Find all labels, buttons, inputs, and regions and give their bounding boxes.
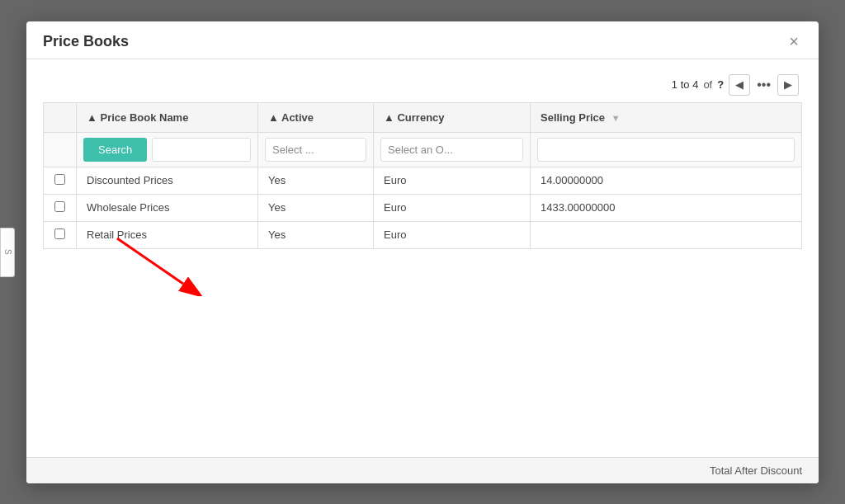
col-price-book-name: ▲ Price Book Name	[77, 102, 258, 132]
close-button[interactable]: ×	[786, 33, 802, 49]
row-name-cell: Retail Prices	[77, 221, 258, 248]
row-checkbox-cell	[44, 221, 77, 248]
row-name-cell: Wholesale Prices	[77, 194, 258, 221]
table-header-row: ▲ Price Book Name ▲ Active ▲ Currency Se…	[44, 102, 802, 132]
row-checkbox-cell	[44, 194, 77, 221]
table-row[interactable]: Discounted PricesYesEuro14.00000000	[44, 167, 802, 194]
filter-checkbox-cell	[44, 132, 77, 167]
table-row[interactable]: Retail PricesYesEuro	[44, 221, 802, 248]
row-checkbox[interactable]	[54, 174, 65, 185]
of-label: of	[703, 78, 712, 91]
row-name-cell: Discounted Prices	[77, 167, 258, 194]
table-wrapper: ▲ Price Book Name ▲ Active ▲ Currency Se…	[43, 102, 802, 249]
bottom-bar: Total After Discount	[26, 457, 819, 483]
modal-title: Price Books	[43, 33, 129, 50]
modal-overlay: S Price Books × 1 to 4 of ? ◀ ••• ▶	[0, 0, 845, 504]
price-books-table: ▲ Price Book Name ▲ Active ▲ Currency Se…	[43, 102, 802, 249]
row-checkbox[interactable]	[54, 201, 65, 212]
side-panel-text: S	[3, 249, 12, 255]
row-currency-cell: Euro	[374, 221, 531, 248]
price-filter-input[interactable]	[537, 138, 795, 162]
col-currency: ▲ Currency	[374, 102, 531, 132]
row-active-cell: Yes	[258, 221, 374, 248]
filter-name-cell: Search	[77, 132, 258, 167]
modal-header: Price Books ×	[26, 21, 819, 59]
prev-page-button[interactable]: ◀	[729, 74, 750, 96]
row-active-cell: Yes	[258, 167, 374, 194]
total-pages: ?	[717, 78, 724, 91]
filter-currency-cell: Select an O... Euro	[374, 132, 531, 167]
table-row[interactable]: Wholesale PricesYesEuro1433.00000000	[44, 194, 802, 221]
filter-active-cell: Select ... Yes No	[258, 132, 374, 167]
row-currency-cell: Euro	[374, 194, 531, 221]
col-active: ▲ Active	[258, 102, 374, 132]
next-page-button[interactable]: ▶	[777, 74, 799, 96]
table-body: Discounted PricesYesEuro14.00000000Whole…	[44, 167, 802, 248]
search-button[interactable]: Search	[83, 138, 147, 162]
row-active-cell: Yes	[258, 194, 374, 221]
row-checkbox-cell	[44, 167, 77, 194]
total-label: Total After Discount	[710, 464, 802, 477]
active-filter-select[interactable]: Select ... Yes No	[265, 138, 366, 162]
filter-row: Search Select ... Yes No	[44, 132, 802, 167]
row-price-cell: 1433.00000000	[531, 194, 802, 221]
sort-icon: ▼	[611, 113, 621, 123]
row-checkbox[interactable]	[54, 228, 65, 239]
pagination-more[interactable]: •••	[755, 78, 772, 92]
pagination-row: 1 to 4 of ? ◀ ••• ▶	[43, 68, 802, 102]
filter-price-cell	[531, 132, 802, 167]
name-filter-input[interactable]	[152, 138, 251, 162]
col-checkbox	[44, 102, 77, 132]
currency-filter-select[interactable]: Select an O... Euro	[380, 138, 523, 162]
price-books-modal: Price Books × 1 to 4 of ? ◀ ••• ▶	[26, 21, 819, 483]
col-selling-price[interactable]: Selling Price ▼	[531, 102, 802, 132]
modal-body: 1 to 4 of ? ◀ ••• ▶	[26, 59, 819, 457]
page-range: 1 to 4	[672, 78, 699, 91]
row-price-cell	[531, 221, 802, 248]
row-currency-cell: Euro	[374, 167, 531, 194]
row-price-cell: 14.00000000	[531, 167, 802, 194]
side-panel: S	[0, 228, 15, 277]
